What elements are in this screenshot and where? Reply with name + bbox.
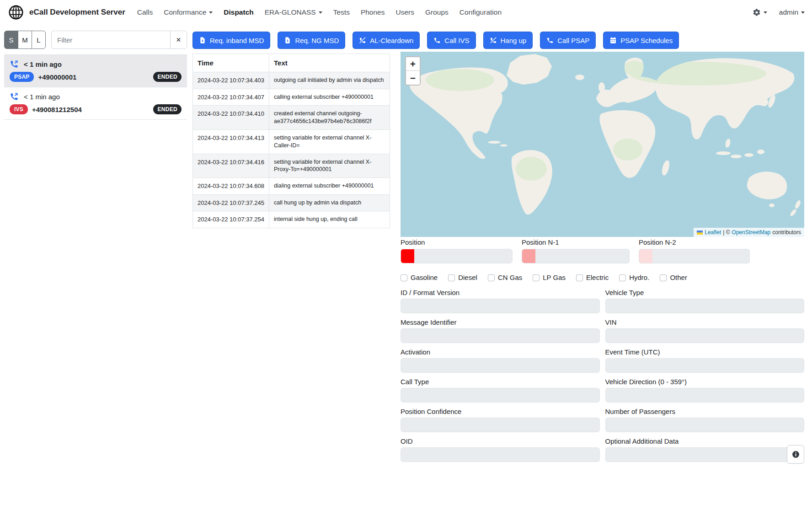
- world-map: [401, 52, 804, 237]
- clear-filter-button[interactable]: ×: [170, 31, 187, 49]
- log-text-cell: calling external subscriber +490000001: [269, 89, 390, 106]
- position-n1-input[interactable]: [522, 249, 630, 263]
- message-identifier-input[interactable]: [401, 328, 600, 343]
- call-list-item-psap[interactable]: < 1 min ago PSAP +490000001 ENDED: [4, 55, 187, 87]
- nav-item-users[interactable]: Users: [390, 5, 419, 20]
- attribution-separator: | ©: [723, 229, 730, 236]
- log-text-cell: setting variable for external channel X-…: [269, 154, 390, 178]
- openstreetmap-link[interactable]: OpenStreetMap: [732, 229, 771, 236]
- nav-item-groups[interactable]: Groups: [420, 5, 454, 20]
- position-n1-label: Position N-1: [522, 238, 630, 246]
- map[interactable]: + − Leaflet | © OpenStreetMap contributo…: [401, 52, 804, 237]
- caret-down-icon: [764, 11, 767, 14]
- field-label: Vehicle Type: [605, 289, 805, 296]
- log-text-cell: dialing external subscriber +490000001: [269, 178, 390, 195]
- log-row: 2024-03-22 10:07:34.410created external …: [193, 106, 390, 130]
- fuel-checkbox-lp-gas: LP Gas: [533, 274, 566, 281]
- size-button-l[interactable]: L: [32, 31, 46, 49]
- call-list-item-ivs[interactable]: < 1 min ago IVS +490081212504 ENDED: [4, 87, 187, 120]
- nav-item-dispatch[interactable]: Dispatch: [218, 5, 259, 20]
- log-time-cell: 2024-03-22 10:07:34.608: [193, 178, 269, 195]
- call-sidebar: S M L × < 1 min ago PSAP +490000001 ENDE…: [4, 31, 187, 120]
- field-label: Optional Additional Data: [605, 437, 805, 445]
- field-label: Activation: [401, 348, 600, 356]
- field-label: OID: [401, 437, 600, 445]
- fuel-checkbox-electric: Electric: [576, 274, 609, 281]
- nav-item-tests[interactable]: Tests: [328, 5, 355, 20]
- position-confidence-input[interactable]: [401, 418, 600, 432]
- position-input[interactable]: [401, 249, 513, 263]
- app-logo-globe-icon: [7, 4, 25, 21]
- hydro-checkbox[interactable]: [619, 274, 626, 281]
- vin-input[interactable]: [605, 328, 805, 343]
- user-menu-button[interactable]: admin: [779, 8, 805, 16]
- additional-data-info-button[interactable]: [787, 445, 804, 464]
- filter-input[interactable]: [51, 31, 170, 49]
- lp-gas-checkbox[interactable]: [533, 274, 540, 281]
- field-label: ID / Format Version: [401, 289, 600, 296]
- req-inband-msd-button[interactable]: Req. inband MSD: [192, 32, 270, 49]
- electric-checkbox[interactable]: [576, 274, 583, 281]
- zoom-in-button[interactable]: +: [406, 57, 420, 71]
- nav-item-era-glonass[interactable]: ERA-GLONASS: [259, 5, 328, 20]
- fuel-type-checkboxes: Gasoline Diesel CN Gas LP Gas Electric H…: [401, 274, 804, 281]
- status-badge: ENDED: [153, 72, 182, 82]
- log-time-cell: 2024-03-22 10:07:34.413: [193, 129, 269, 154]
- call-type-input[interactable]: [401, 388, 600, 403]
- nav-item-calls[interactable]: Calls: [132, 5, 158, 20]
- other-checkbox[interactable]: [660, 274, 667, 281]
- column-header-time: Time: [193, 54, 269, 72]
- size-button-s[interactable]: S: [4, 31, 18, 49]
- oid-input[interactable]: [401, 447, 600, 462]
- gasoline-checkbox[interactable]: [401, 274, 407, 281]
- column-header-text: Text: [269, 54, 390, 72]
- call-time: < 1 min ago: [24, 60, 62, 68]
- status-badge: ENDED: [153, 104, 182, 114]
- req-ng-msd-button[interactable]: Req. NG MSD: [278, 32, 345, 49]
- nav-item-phones[interactable]: Phones: [355, 5, 390, 20]
- nav-item-configuration[interactable]: Configuration: [454, 5, 507, 20]
- activation-input[interactable]: [401, 358, 600, 373]
- phone-slash-icon: [490, 37, 497, 44]
- vehicle-type-input[interactable]: [605, 299, 805, 313]
- phone-outgoing-icon: [10, 59, 19, 69]
- fuel-checkbox-cn-gas: CN Gas: [488, 274, 522, 281]
- log-text-cell: outgoing call initiated by admin via dis…: [269, 72, 390, 89]
- field-label: Vehicle Direction (0 - 359°): [605, 378, 805, 386]
- log-row: 2024-03-22 10:07:34.403outgoing call ini…: [193, 72, 390, 89]
- position-n2-input[interactable]: [639, 249, 750, 263]
- position-color-swatch: [639, 249, 652, 263]
- call-number: +490081212504: [32, 106, 82, 113]
- psap-schedules-button[interactable]: PSAP Schedules: [603, 32, 679, 49]
- field-label: Position Confidence: [401, 408, 600, 415]
- settings-menu-button[interactable]: [753, 8, 767, 16]
- id-format-version-input[interactable]: [401, 299, 600, 313]
- app-title: eCall Development Server: [29, 8, 125, 17]
- position-color-swatch: [522, 249, 535, 263]
- diesel-checkbox[interactable]: [448, 274, 455, 281]
- hang-up-button[interactable]: Hang up: [483, 32, 533, 49]
- nav-item-conformance[interactable]: Conformance: [158, 5, 218, 20]
- leaflet-link[interactable]: Leaflet: [705, 229, 721, 236]
- position-label: Position: [401, 238, 513, 246]
- call-number: +490000001: [38, 73, 76, 81]
- log-text-cell: created external channel outgoing-ae377c…: [269, 106, 390, 130]
- call-ivs-button[interactable]: Call IVS: [427, 32, 475, 49]
- zoom-out-button[interactable]: −: [406, 71, 420, 85]
- log-time-cell: 2024-03-22 10:07:37.254: [193, 211, 269, 228]
- vehicle-direction-input[interactable]: [605, 388, 805, 403]
- cn-gas-checkbox[interactable]: [488, 274, 495, 281]
- dispatch-toolbar: Req. inband MSD Req. NG MSD AL-Cleardown…: [192, 32, 679, 49]
- map-zoom-control: + −: [405, 56, 421, 86]
- number-of-passengers-input[interactable]: [605, 418, 805, 432]
- optional-additional-data-input[interactable]: [605, 447, 805, 462]
- size-button-m[interactable]: M: [18, 31, 32, 49]
- event-time-input[interactable]: [605, 358, 805, 373]
- info-circle-icon: [792, 451, 800, 458]
- al-cleardown-button[interactable]: AL-Cleardown: [353, 32, 420, 49]
- log-time-cell: 2024-03-22 10:07:34.403: [193, 72, 269, 89]
- call-psap-button[interactable]: Call PSAP: [540, 32, 596, 49]
- caret-down-icon: [209, 11, 213, 14]
- log-row: 2024-03-22 10:07:34.413setting variable …: [193, 129, 390, 154]
- fuel-checkbox-hydro: Hydro.: [619, 274, 649, 281]
